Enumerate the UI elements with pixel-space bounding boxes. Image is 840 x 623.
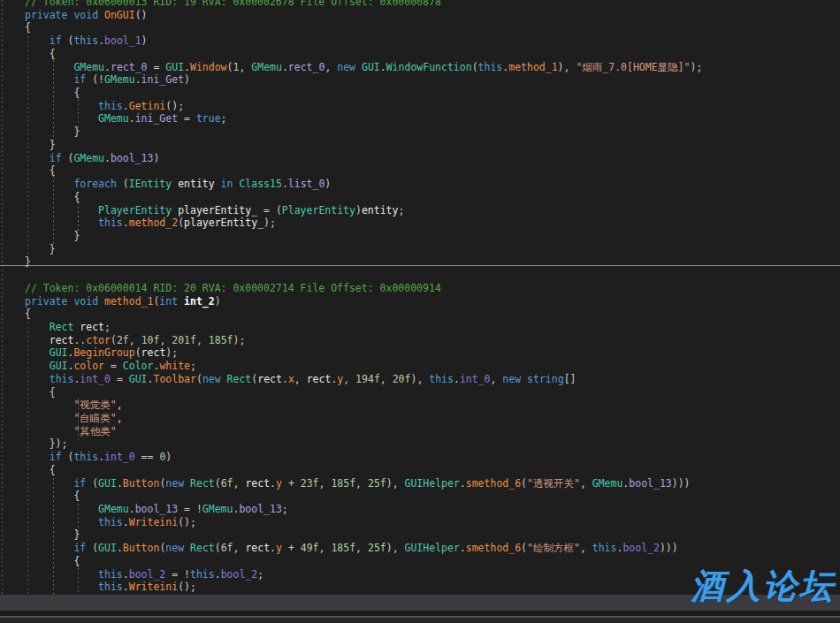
- code-token: {: [25, 48, 56, 60]
- code-token: }: [25, 125, 80, 138]
- code-token: ): [355, 204, 362, 217]
- code-token: 25f: [368, 477, 386, 490]
- code-token: list_0: [288, 178, 325, 190]
- code-token: [25, 542, 73, 554]
- code-token: ..: [73, 334, 86, 346]
- code-token: y: [276, 477, 282, 490]
- code-token: bool_1: [104, 34, 141, 47]
- code-line: if (GUI.Button(new Rect(6f, rect.y + 49f…: [25, 542, 840, 555]
- code-token: [184, 542, 190, 554]
- code-line: {: [25, 191, 840, 204]
- code-token: (: [215, 477, 221, 490]
- code-token: ctor: [86, 334, 111, 346]
- code-token: (!: [86, 73, 104, 86]
- code-token: IEntity: [129, 178, 172, 190]
- code-line: if (this.bool_1): [25, 34, 840, 48]
- code-token: =: [148, 61, 166, 73]
- code-token: "绘制方框": [527, 542, 580, 554]
- code-token: [25, 34, 50, 47]
- code-token: );: [165, 346, 178, 359]
- code-token: [25, 346, 50, 359]
- code-token: this: [190, 568, 215, 581]
- code-token: {: [25, 164, 56, 177]
- code-token: rect_0: [288, 61, 325, 73]
- code-line: if (GMemu.bool_13): [25, 152, 840, 165]
- code-token: GMemu: [98, 503, 129, 515]
- code-token: [215, 178, 221, 190]
- code-token: bool_13: [629, 477, 671, 490]
- code-line: }: [25, 139, 840, 152]
- code-token: .: [117, 477, 123, 490]
- code-token: this: [478, 61, 503, 73]
- code-token: GMemu: [592, 477, 623, 490]
- code-token: {: [25, 490, 80, 502]
- code-token: "自瞄类": [73, 412, 116, 424]
- code-token: =: [111, 373, 129, 385]
- code-token: GUI: [50, 360, 68, 372]
- code-token: );: [690, 61, 702, 73]
- code-line: {: [25, 164, 840, 178]
- code-token: .: [380, 61, 386, 73]
- code-token: = !: [178, 503, 202, 515]
- code-token: ,: [319, 477, 332, 490]
- code-token: {: [25, 21, 31, 34]
- code-token: ,: [580, 542, 592, 554]
- code-token: in: [221, 178, 233, 190]
- code-token: int_0: [104, 451, 135, 463]
- code-editor-pane[interactable]: // Token: 0x06000013 RID: 19 RVA: 0x0000…: [0, 0, 840, 595]
- code-token: bool_2: [622, 542, 660, 554]
- code-token: {: [25, 464, 56, 476]
- code-token: [25, 73, 73, 86]
- code-line: this.method_2(playerEntity_);: [25, 217, 840, 230]
- code-token: 185f: [331, 542, 355, 554]
- code-token: new: [202, 373, 221, 385]
- code-token: = !: [165, 568, 190, 581]
- code-token: .: [184, 61, 190, 73]
- code-token: int_2: [184, 295, 215, 308]
- code-token: }: [25, 255, 31, 268]
- code-token: (: [62, 451, 74, 463]
- code-lines: // Token: 0x06000013 RID: 19 RVA: 0x0000…: [0, 0, 840, 594]
- code-token: GMemu: [251, 61, 282, 73]
- code-token: +: [282, 542, 301, 554]
- code-token: [25, 152, 50, 164]
- code-token: this: [98, 581, 123, 593]
- code-token: ,: [325, 61, 337, 73]
- code-token: .: [117, 542, 123, 554]
- code-token: [25, 412, 73, 424]
- code-token: (: [111, 334, 117, 346]
- code-token: Rect: [50, 321, 74, 333]
- code-token: (: [117, 178, 129, 190]
- code-token: ),: [410, 373, 429, 385]
- code-token: [25, 581, 98, 593]
- code-token: this: [98, 568, 123, 581]
- code-line: foreach (IEntity entity in Class15.list_…: [25, 178, 840, 191]
- code-token: (: [86, 542, 98, 554]
- code-token: [355, 61, 362, 73]
- code-token: white: [159, 360, 190, 372]
- code-token: .: [123, 581, 129, 593]
- code-token: GMemu: [104, 73, 135, 86]
- code-line: rect..ctor(2f, 10f, 201f, 185f);: [25, 334, 840, 347]
- code-line: GUI.BeginGroup(rect);: [25, 346, 840, 360]
- code-token: ))): [660, 542, 678, 554]
- code-token: (: [196, 373, 202, 385]
- code-token: ,: [580, 477, 592, 490]
- code-token: ),: [558, 61, 577, 73]
- code-token: [221, 373, 227, 385]
- code-token: if: [73, 542, 86, 554]
- code-token: rect: [141, 346, 166, 359]
- code-token: ,: [491, 373, 503, 385]
- code-token: rect: [307, 373, 332, 385]
- code-token: .: [123, 516, 129, 528]
- code-line: Rect rect;: [25, 321, 840, 334]
- code-token: this: [98, 516, 123, 528]
- code-token: {: [25, 386, 56, 399]
- code-token: (): [135, 9, 148, 21]
- code-token: GUI: [165, 61, 184, 73]
- code-token: this: [73, 451, 98, 463]
- code-token: .: [282, 178, 288, 190]
- code-token: private void: [25, 9, 104, 21]
- code-token: rect: [50, 334, 74, 346]
- code-token: smethod_6: [466, 542, 521, 554]
